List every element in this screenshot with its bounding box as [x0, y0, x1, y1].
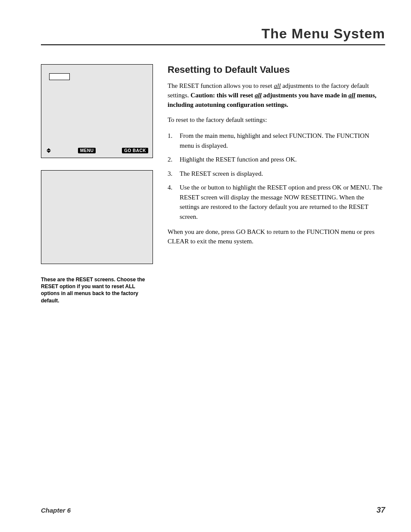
right-column: Resetting to Default Values The RESET fu… — [168, 64, 385, 304]
caution-all2: all — [349, 92, 355, 99]
menu-pill: MENU — [78, 148, 96, 153]
screenshot-bottom-bar: MENU GO BACK — [46, 147, 148, 153]
left-column: MENU GO BACK These are the RESET screens… — [41, 64, 153, 304]
list-item: From the main menu, highlight and select… — [168, 131, 385, 150]
goback-pill: GO BACK — [122, 148, 148, 153]
reset-screen-1: MENU GO BACK — [41, 64, 153, 158]
page-footer: Chapter 6 37 — [41, 506, 385, 515]
intro-paragraph: The RESET function allows you to reset a… — [168, 81, 385, 109]
content-area: MENU GO BACK These are the RESET screens… — [41, 64, 385, 304]
steps-list: From the main menu, highlight and select… — [168, 131, 385, 221]
outro-paragraph: When you are done, press GO BACK to retu… — [168, 227, 385, 246]
highlighted-menu-item — [49, 73, 70, 80]
reset-screen-2 — [41, 170, 153, 264]
list-item: Highlight the RESET function and press O… — [168, 155, 385, 165]
page-number: 37 — [377, 506, 385, 515]
up-down-arrow-icon — [46, 147, 52, 153]
screenshot-caption: These are the RESET screens. Choose the … — [41, 276, 153, 304]
caution-pre: Caution: this will reset — [190, 92, 255, 99]
header-title: The Menu System — [41, 26, 385, 42]
section-title: Resetting to Default Values — [168, 64, 385, 75]
caution-post: adjustments you have made in — [262, 92, 349, 99]
list-item: The RESET screen is displayed. — [168, 169, 385, 179]
list-item: Use the or button to highlight the RESET… — [168, 183, 385, 221]
intro-pre: The RESET function allows you to reset — [168, 82, 274, 89]
chapter-label: Chapter 6 — [41, 507, 71, 514]
caution-all: all — [255, 92, 262, 99]
page-header: The Menu System — [41, 26, 385, 45]
lead-paragraph: To reset to the factory default settings… — [168, 115, 385, 125]
intro-all: all — [274, 82, 281, 89]
